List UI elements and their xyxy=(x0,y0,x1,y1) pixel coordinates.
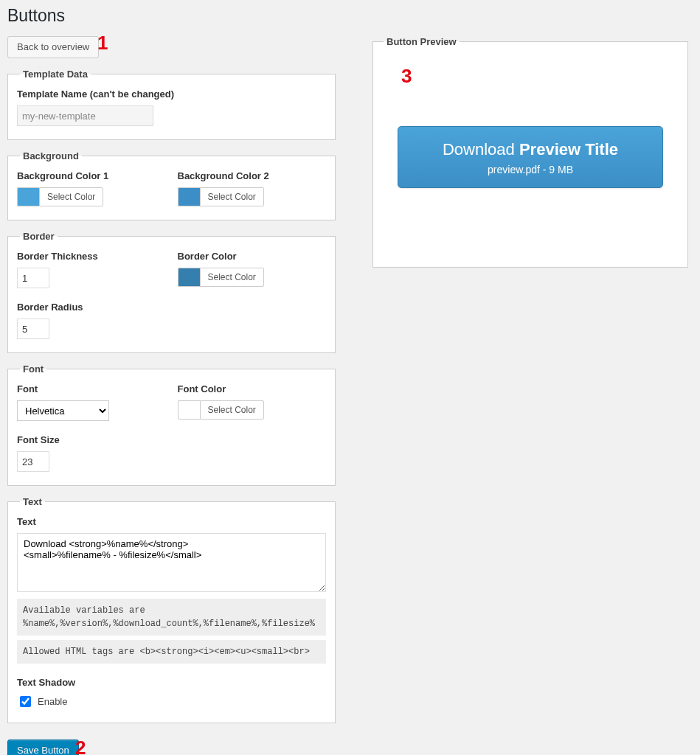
border-thickness-label: Border Thickness xyxy=(17,251,166,262)
bg-color2-select-button[interactable]: Select Color xyxy=(200,187,264,206)
font-color-select-button[interactable]: Select Color xyxy=(200,400,264,420)
save-button[interactable]: Save Button xyxy=(7,740,79,755)
font-color-picker[interactable]: Select Color xyxy=(178,400,327,420)
text-hint-tags: Allowed HTML tags are <b><strong><i><em>… xyxy=(17,640,326,664)
bg-color1-picker[interactable]: Select Color xyxy=(17,187,166,206)
preview-sub-text: preview.pdf - 9 MB xyxy=(443,164,618,175)
border-color-select-button[interactable]: Select Color xyxy=(200,268,264,287)
text-shadow-label: Text Shadow xyxy=(17,677,326,688)
back-to-overview-button[interactable]: Back to overview xyxy=(7,36,99,58)
border-color-picker[interactable]: Select Color xyxy=(178,268,327,287)
text-legend: Text xyxy=(20,496,45,507)
font-select[interactable]: Helvetica xyxy=(17,400,109,421)
button-preview-legend: Button Preview xyxy=(384,36,460,47)
border-group: Border Border Thickness Border Color Sel… xyxy=(7,231,336,353)
text-group: Text Text Available variables are %name%… xyxy=(7,496,336,723)
font-color-label: Font Color xyxy=(178,383,327,394)
border-legend: Border xyxy=(20,231,58,242)
text-label: Text xyxy=(17,516,326,527)
page-title: Buttons xyxy=(7,6,688,26)
text-shadow-enable-row[interactable]: Enable xyxy=(17,694,326,709)
bg-color2-swatch xyxy=(178,187,200,206)
bg-color1-select-button[interactable]: Select Color xyxy=(39,187,103,206)
background-group: Background Background Color 1 Select Col… xyxy=(7,150,336,220)
template-data-legend: Template Data xyxy=(20,69,91,80)
border-radius-input[interactable] xyxy=(17,319,49,339)
border-radius-label: Border Radius xyxy=(17,302,326,313)
text-shadow-checkbox[interactable] xyxy=(20,696,31,707)
button-preview-group: Button Preview 3 Download Preview Title … xyxy=(372,36,688,268)
bg-color2-label: Background Color 2 xyxy=(178,170,327,181)
text-textarea[interactable] xyxy=(17,533,326,592)
border-thickness-input[interactable] xyxy=(17,268,49,288)
border-color-swatch xyxy=(178,268,200,287)
font-size-label: Font Size xyxy=(17,434,326,445)
preview-main-text: Download Preview Title xyxy=(443,140,618,159)
font-color-swatch xyxy=(178,400,200,420)
text-hint-vars: Available variables are %name%,%version%… xyxy=(17,599,326,636)
border-color-label: Border Color xyxy=(178,251,327,262)
font-group: Font Font Helvetica Font Color Select Co… xyxy=(7,363,336,486)
font-legend: Font xyxy=(20,363,46,375)
background-legend: Background xyxy=(20,150,82,161)
template-data-group: Template Data Template Name (can't be ch… xyxy=(7,69,336,140)
template-name-label: Template Name (can't be changed) xyxy=(17,88,326,100)
template-name-input xyxy=(17,105,153,126)
bg-color1-swatch xyxy=(17,187,39,206)
text-shadow-enable-label: Enable xyxy=(38,696,67,707)
bg-color1-label: Background Color 1 xyxy=(17,170,166,181)
annotation-3: 3 xyxy=(401,65,412,88)
bg-color2-picker[interactable]: Select Color xyxy=(178,187,327,206)
font-label: Font xyxy=(17,383,166,394)
preview-button[interactable]: Download Preview Title preview.pdf - 9 M… xyxy=(398,126,663,188)
annotation-1: 1 xyxy=(97,32,108,55)
font-size-input[interactable] xyxy=(17,451,49,472)
